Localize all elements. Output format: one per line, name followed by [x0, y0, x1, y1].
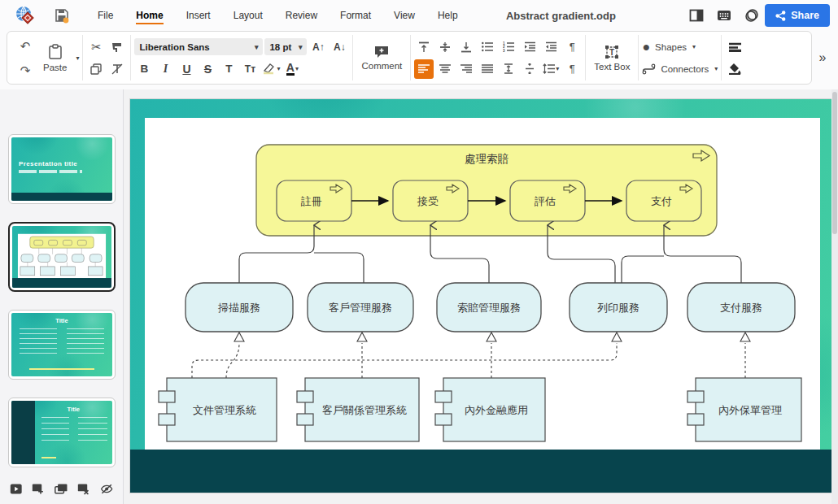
undo-button[interactable]: ↶ [15, 36, 35, 55]
slide-thumbnail-2-selected[interactable] [8, 222, 116, 292]
align-center-button[interactable] [435, 59, 455, 79]
menu-view[interactable]: View [386, 5, 423, 26]
char-spacing-button[interactable]: T [219, 59, 238, 79]
step-pay[interactable]: 支付 [626, 180, 701, 221]
font-size-select[interactable]: 18 pt ▾ [264, 38, 307, 55]
editor-canvas[interactable]: 處理索賠 註冊 [124, 89, 838, 504]
cut-button[interactable]: ✂ [86, 37, 106, 57]
svg-text:支付服務: 支付服務 [720, 302, 762, 314]
text-box-button[interactable]: T Text Box [589, 36, 635, 80]
decrease-font-button[interactable]: A↓ [330, 37, 349, 57]
connector-customer-register[interactable] [314, 253, 364, 283]
increase-font-button[interactable]: A↑ [308, 37, 328, 57]
slide-content-area[interactable]: 處理索賠 註冊 [145, 118, 820, 450]
line-spacing-button[interactable]: ▾ [541, 59, 561, 79]
component-finance-apps[interactable]: 內外金融應用 [435, 378, 545, 441]
connector-print-pay[interactable] [622, 256, 664, 283]
connectors-button[interactable]: Connectors ▾ [642, 58, 718, 80]
slide-layout-button[interactable] [725, 37, 744, 57]
align-left-button[interactable] [414, 59, 434, 79]
component-document-mgmt[interactable]: 文件管理系統 [159, 378, 277, 441]
bold-button[interactable]: B [134, 59, 154, 79]
slide-thumbnail-1[interactable]: Presentation title [8, 134, 116, 204]
align-vcenter-button[interactable] [435, 37, 455, 57]
format-painter-button[interactable] [107, 37, 127, 57]
component-crm[interactable]: 客戶關係管理系統 [297, 378, 419, 441]
group-slide-tools [721, 35, 748, 80]
menu-layout[interactable]: Layout [225, 5, 271, 26]
paste-button[interactable]: Paste [38, 36, 72, 80]
service-customer-mgmt[interactable]: 客戶管理服務 [308, 283, 413, 332]
panel-toggle-icon[interactable] [688, 7, 705, 24]
font-color-glyph: A [286, 62, 295, 76]
add-slide-button[interactable] [32, 482, 44, 496]
menu-format[interactable]: Format [332, 5, 379, 26]
align-bottom-button[interactable] [456, 37, 476, 57]
canvas-scrollbar[interactable] [831, 89, 838, 504]
vertical-text-align-button[interactable] [499, 59, 518, 79]
highlight-color-button[interactable]: ▾ [261, 59, 281, 79]
change-case-button[interactable]: Tт [240, 59, 260, 79]
strikethrough-button[interactable]: S [198, 59, 217, 79]
group-title: 處理索賠 [465, 153, 509, 165]
redo-button[interactable]: ↷ [15, 60, 35, 80]
text-box-label: Text Box [594, 62, 630, 72]
ribbon-more-button[interactable]: » [812, 31, 833, 85]
fill-color-button[interactable] [725, 59, 744, 79]
paperclip-icon[interactable] [744, 7, 760, 24]
shapes-button[interactable]: ● Shapes ▾ [642, 36, 718, 58]
menu-file[interactable]: File [89, 5, 121, 26]
menu-help[interactable]: Help [430, 5, 466, 26]
clear-format-button[interactable] [107, 59, 127, 79]
comment-icon [373, 45, 390, 59]
slide-thumbnail-4[interactable]: Title [8, 398, 116, 467]
copy-button[interactable] [86, 59, 106, 79]
align-justify-button[interactable] [478, 59, 497, 79]
numbered-list-button[interactable]: 123 [499, 37, 518, 57]
service-claims-mgmt[interactable]: 索賠管理服務 [437, 283, 541, 332]
thumb3-title: Title [11, 317, 112, 324]
italic-button[interactable]: I [155, 59, 175, 79]
delete-slide-button[interactable] [77, 482, 89, 496]
keyboard-icon[interactable] [716, 7, 732, 24]
paragraph-ltr-button[interactable]: ¶ [562, 59, 582, 79]
menu-home[interactable]: Home [128, 5, 171, 26]
menu-insert[interactable]: Insert [178, 5, 219, 26]
slide-2-canvas[interactable]: 處理索賠 註冊 [130, 99, 831, 493]
increase-indent-button[interactable] [541, 37, 561, 57]
align-top-button[interactable] [414, 37, 434, 57]
comment-button[interactable]: Comment [356, 36, 407, 80]
service-payment[interactable]: 支付服務 [687, 283, 795, 332]
font-name-value: Liberation Sans [139, 42, 209, 52]
step-accept[interactable]: 接受 [393, 180, 468, 221]
step-evaluate[interactable]: 評估 [510, 180, 585, 221]
underline-button[interactable]: U [177, 59, 196, 79]
step-register[interactable]: 註冊 [277, 180, 351, 221]
share-button[interactable]: Share [765, 4, 830, 27]
align-right-button[interactable] [456, 59, 476, 79]
menu-review[interactable]: Review [277, 5, 325, 26]
font-name-select[interactable]: Liberation Sans ▾ [134, 38, 263, 55]
group-shapes: ● Shapes ▾ Connectors ▾ [638, 35, 721, 80]
save-icon[interactable] [54, 7, 70, 24]
slide-thumbnail-3[interactable]: Title [8, 310, 116, 380]
svg-text:接受: 接受 [417, 195, 439, 207]
service-print[interactable]: 列印服務 [570, 283, 667, 332]
component-policy-mgmt[interactable]: 內外保單管理 [687, 378, 801, 441]
svg-text:內外金融應用: 內外金融應用 [465, 404, 528, 416]
distribute-button[interactable] [520, 59, 539, 79]
group-insert: T Text Box [585, 35, 638, 80]
start-slideshow-button[interactable] [10, 482, 22, 496]
bullet-list-button[interactable] [478, 37, 497, 57]
paste-caret-icon[interactable]: ▾ [76, 54, 79, 62]
canvas-scrollbar-thumb[interactable] [832, 92, 837, 234]
hide-slide-button[interactable] [100, 482, 113, 496]
decrease-indent-button[interactable] [520, 37, 539, 57]
font-color-button[interactable]: A ▾ [282, 59, 302, 79]
app-logo-icon [15, 5, 36, 26]
dashed-doc-print[interactable] [192, 343, 617, 378]
service-scan[interactable]: 掃描服務 [185, 283, 293, 332]
paragraph-rtl-button[interactable]: ¶ [562, 37, 582, 57]
share-label: Share [791, 10, 819, 21]
duplicate-slide-button[interactable] [55, 482, 68, 496]
